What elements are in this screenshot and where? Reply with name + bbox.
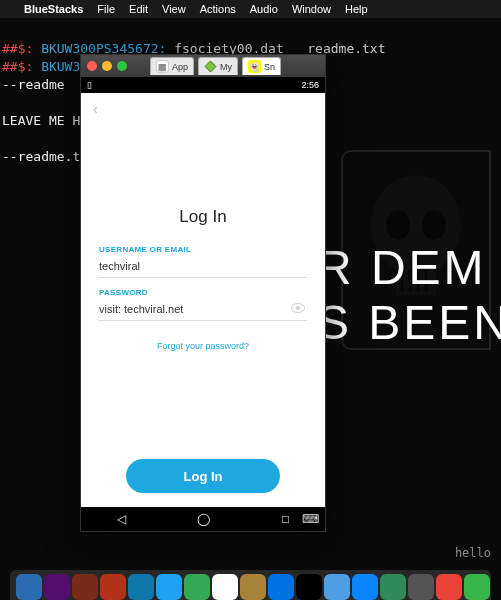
android-recents-button[interactable]: □ xyxy=(282,512,289,526)
apps-grid-icon: ▦ xyxy=(156,60,169,73)
dock-app-icon[interactable] xyxy=(156,574,182,600)
svg-point-10 xyxy=(296,306,300,310)
tab-snapchat[interactable]: 👻 Sn xyxy=(242,57,281,75)
svg-point-2 xyxy=(422,210,446,240)
login-title: Log In xyxy=(93,207,313,227)
menu-audio[interactable]: Audio xyxy=(250,3,278,15)
dock-app-icon[interactable] xyxy=(240,574,266,600)
dock-app-icon[interactable] xyxy=(352,574,378,600)
menu-help[interactable]: Help xyxy=(345,3,368,15)
dock-app-icon[interactable] xyxy=(296,574,322,600)
android-nav-bar: ◁ ◯ □ ⌨ xyxy=(81,507,325,531)
dock-app-icon[interactable] xyxy=(464,574,490,600)
tab-my[interactable]: My xyxy=(198,57,238,75)
tab-label: App xyxy=(172,62,188,72)
dock-app-icon[interactable] xyxy=(100,574,126,600)
macos-dock xyxy=(10,570,491,600)
term-trailing: hello xyxy=(455,546,491,560)
emulator-tabs: ▦ App My 👻 Sn xyxy=(150,57,319,75)
term-prompt: ##$: xyxy=(2,59,33,74)
status-time: 2:56 xyxy=(301,80,319,90)
menu-view[interactable]: View xyxy=(162,3,186,15)
dock-app-icon[interactable] xyxy=(380,574,406,600)
username-input[interactable] xyxy=(99,256,307,278)
username-label: USERNAME OR EMAIL xyxy=(99,245,307,254)
menu-edit[interactable]: Edit xyxy=(129,3,148,15)
dock-app-icon[interactable] xyxy=(72,574,98,600)
svg-point-1 xyxy=(386,210,410,240)
login-button[interactable]: Log In xyxy=(126,459,280,493)
term-prompt: ##$: xyxy=(2,41,33,56)
dock-app-icon[interactable] xyxy=(408,574,434,600)
dock-app-icon[interactable] xyxy=(436,574,462,600)
password-label: PASSWORD xyxy=(99,288,307,297)
tab-apps[interactable]: ▦ App xyxy=(150,57,194,75)
menu-file[interactable]: File xyxy=(97,3,115,15)
tab-label: My xyxy=(220,62,232,72)
emulator-titlebar[interactable]: ▦ App My 👻 Sn xyxy=(81,55,325,77)
dock-app-icon[interactable] xyxy=(184,574,210,600)
forgot-password-link[interactable]: Forgot your password? xyxy=(93,341,313,351)
overlay-word: BEEN xyxy=(368,296,501,349)
term-line: LEAVE ME H xyxy=(2,113,80,128)
notification-icon: ▯ xyxy=(87,80,92,90)
dock-app-icon[interactable] xyxy=(128,574,154,600)
app-menu[interactable]: BlueStacks xyxy=(24,3,83,15)
maximize-button[interactable] xyxy=(117,61,127,71)
android-home-button[interactable]: ◯ xyxy=(197,512,210,526)
close-button[interactable] xyxy=(87,61,97,71)
bluestacks-window: ▦ App My 👻 Sn ▯ 2:56 ‹ Log In USERNAME O… xyxy=(80,54,326,532)
password-input[interactable] xyxy=(99,299,307,321)
dock-app-icon[interactable] xyxy=(16,574,42,600)
minimize-button[interactable] xyxy=(102,61,112,71)
overlay-word: DEM xyxy=(371,241,487,294)
macos-menubar: BlueStacks File Edit View Actions Audio … xyxy=(0,0,501,18)
tab-label: Sn xyxy=(264,62,275,72)
back-button[interactable]: ‹ xyxy=(93,101,98,117)
dock-app-icon[interactable] xyxy=(268,574,294,600)
bluestacks-icon xyxy=(204,60,217,73)
overlay-headline: R DEM S BEEN xyxy=(317,240,501,350)
snapchat-icon: 👻 xyxy=(248,60,261,73)
android-keyboard-icon[interactable]: ⌨ xyxy=(302,512,319,526)
dock-app-icon[interactable] xyxy=(212,574,238,600)
menu-actions[interactable]: Actions xyxy=(200,3,236,15)
dock-app-icon[interactable] xyxy=(44,574,70,600)
term-line: --readme xyxy=(2,77,65,92)
dock-app-icon[interactable] xyxy=(324,574,350,600)
show-password-icon[interactable] xyxy=(291,302,305,316)
menu-window[interactable]: Window xyxy=(292,3,331,15)
android-status-bar: ▯ 2:56 xyxy=(81,77,325,93)
snapchat-login-screen: ‹ Log In USERNAME OR EMAIL PASSWORD Forg… xyxy=(81,93,325,507)
window-traffic-lights xyxy=(87,61,127,71)
term-line: --readme.t xyxy=(2,149,80,164)
android-back-button[interactable]: ◁ xyxy=(117,512,126,526)
svg-marker-8 xyxy=(205,61,216,72)
